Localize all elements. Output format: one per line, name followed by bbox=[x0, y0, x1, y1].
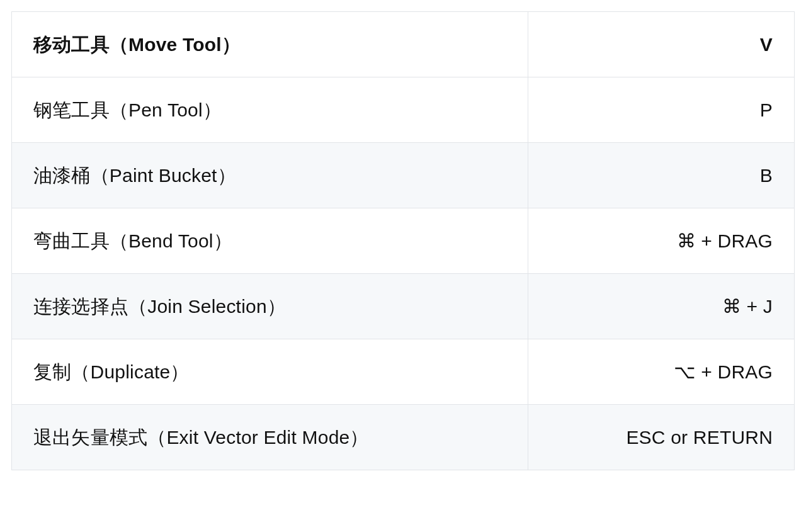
row-key: B bbox=[528, 143, 795, 208]
row-label: 退出矢量模式（Exit Vector Edit Mode） bbox=[12, 405, 528, 470]
row-key: ⌥ + DRAG bbox=[528, 339, 795, 405]
row-label: 钢笔工具（Pen Tool） bbox=[12, 77, 528, 143]
table-row: 弯曲工具（Bend Tool） ⌘ + DRAG bbox=[12, 208, 795, 274]
table-row: 连接选择点（Join Selection） ⌘ + J bbox=[12, 274, 795, 339]
table-row: 钢笔工具（Pen Tool） P bbox=[12, 77, 795, 143]
row-key: P bbox=[528, 77, 795, 143]
header-label: 移动工具（Move Tool） bbox=[12, 12, 528, 77]
row-label: 连接选择点（Join Selection） bbox=[12, 274, 528, 339]
table-row: 退出矢量模式（Exit Vector Edit Mode） ESC or RET… bbox=[12, 405, 795, 470]
row-label: 弯曲工具（Bend Tool） bbox=[12, 208, 528, 274]
table-header-row: 移动工具（Move Tool） V bbox=[12, 12, 795, 77]
row-key: ⌘ + J bbox=[528, 274, 795, 339]
header-key: V bbox=[528, 12, 795, 77]
row-label: 油漆桶（Paint Bucket） bbox=[12, 143, 528, 208]
shortcut-table: 移动工具（Move Tool） V 钢笔工具（Pen Tool） P 油漆桶（P… bbox=[11, 11, 795, 470]
row-key: ESC or RETURN bbox=[528, 405, 795, 470]
row-label: 复制（Duplicate） bbox=[12, 339, 528, 405]
table-row: 油漆桶（Paint Bucket） B bbox=[12, 143, 795, 208]
table-row: 复制（Duplicate） ⌥ + DRAG bbox=[12, 339, 795, 405]
row-key: ⌘ + DRAG bbox=[528, 208, 795, 274]
